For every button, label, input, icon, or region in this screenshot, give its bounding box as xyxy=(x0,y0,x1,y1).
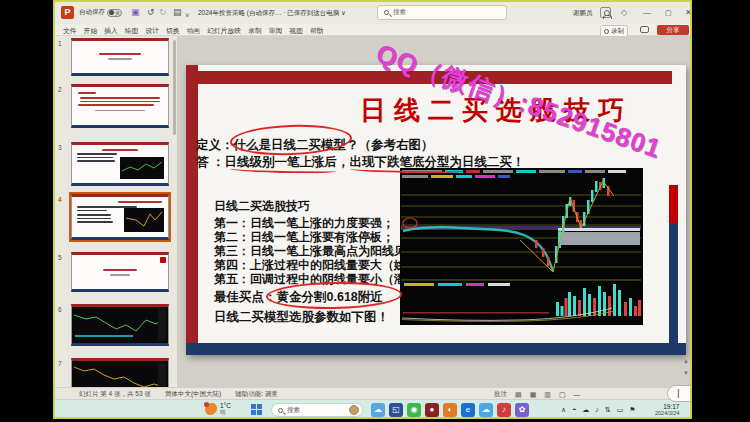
scroll-up-arrow[interactable]: ▲ xyxy=(683,358,689,364)
language-indicator[interactable]: 简体中文(中国大陆) xyxy=(165,390,221,399)
thumb-number-6: 6 xyxy=(58,306,62,313)
slide-thumbnail-1[interactable] xyxy=(71,38,169,76)
slide-sorter-icon[interactable]: ▦ xyxy=(530,391,537,399)
tab-animations[interactable]: 动画 xyxy=(187,26,201,36)
thumb-number-1: 1 xyxy=(58,40,62,47)
slideshow-icon[interactable]: ▢ xyxy=(559,391,566,399)
tab-draw[interactable]: 绘图 xyxy=(125,26,139,36)
save-icon[interactable]: ▣ xyxy=(131,6,140,19)
account-name[interactable]: 谢鹏员 xyxy=(573,9,593,18)
thumb-number-3: 3 xyxy=(58,144,62,151)
paint-icon[interactable]: ✿ xyxy=(515,403,529,417)
windows-taskbar: 1°C晴 搜索 ☁ ◱ ◉ ● ◐ e ☁ ♪ ✿ ∧ ◓ xyxy=(55,399,690,419)
autosave-label: 自动保存 xyxy=(79,8,105,17)
tab-record[interactable]: 录制 xyxy=(248,26,262,36)
powerpoint-app-icon: P xyxy=(61,6,74,19)
thumb-number-5: 5 xyxy=(58,254,62,261)
tab-transitions[interactable]: 切换 xyxy=(166,26,180,36)
current-slide[interactable]: 日线二买选股技巧 定义：什么是日线二买模型？（参考右图） 答 ：日线级别一笔上涨… xyxy=(186,65,686,355)
slide-thumbnail-5[interactable] xyxy=(71,252,169,292)
search-highlight-avatar xyxy=(349,405,359,415)
taskbar-search[interactable]: 搜索 xyxy=(271,403,363,417)
chevron-down-icon[interactable]: ∨ xyxy=(185,9,189,22)
annotation-mini-dock[interactable]: ❘ ✚ ☾ ⚙ xyxy=(667,385,692,402)
slide-thumbnail-3[interactable] xyxy=(71,142,169,186)
onedrive-icon[interactable]: ☁ xyxy=(371,403,385,417)
slide-thumbnail-4-current[interactable] xyxy=(71,194,169,240)
close-button[interactable]: ✕ xyxy=(685,8,692,18)
tab-slideshow[interactable]: 幻灯片放映 xyxy=(207,26,241,36)
wechat-icon[interactable]: ◉ xyxy=(407,403,421,417)
search-box[interactable]: 搜索 xyxy=(377,5,507,20)
tray-media-icon[interactable]: ♪ xyxy=(595,405,599,415)
thumbnail-scrollbar[interactable] xyxy=(173,40,176,135)
tab-view[interactable]: 视图 xyxy=(289,26,303,36)
undo-icon[interactable]: ↺ xyxy=(147,6,155,19)
tray-cloud-icon[interactable]: ☁ xyxy=(582,405,589,415)
thumb-number-7: 7 xyxy=(58,360,62,367)
tab-home[interactable]: 开始 xyxy=(84,26,98,36)
tray-app-icon[interactable]: ◓ xyxy=(572,405,576,415)
tab-help[interactable]: 帮助 xyxy=(310,26,324,36)
reading-view-icon[interactable]: ▥ xyxy=(544,391,551,399)
answer-label: 答 ： xyxy=(196,155,224,169)
desktop-screenshot: P 自动保存 关 ▣ ↺ ↻ ▤ ∨ 2024年投资策略 (自动保存… · 已保… xyxy=(0,0,750,422)
tab-review[interactable]: 审阅 xyxy=(269,26,283,36)
edge-icon[interactable]: e xyxy=(461,403,475,417)
tray-updown-icon[interactable]: ⇅ xyxy=(605,405,611,415)
user-avatar-icon[interactable] xyxy=(600,7,611,18)
normal-view-icon[interactable]: ▤ xyxy=(515,391,522,399)
scroll-down-arrow[interactable]: ▼ xyxy=(683,370,689,376)
minimize-button[interactable]: — xyxy=(643,8,651,18)
thumb-number-2: 2 xyxy=(58,86,62,93)
record-label: 录制 xyxy=(611,27,624,36)
taskbar-clock[interactable]: 19:17 2024/3/24 xyxy=(655,403,679,417)
comments-icon[interactable] xyxy=(640,26,649,33)
tray-expand-icon[interactable]: ∧ xyxy=(561,405,566,415)
tab-design[interactable]: 设计 xyxy=(145,26,159,36)
tray-display-icon[interactable]: ▭ xyxy=(617,405,624,415)
search-icon xyxy=(384,10,389,15)
slide-subtitle: 日线二买选股技巧 xyxy=(214,198,310,215)
netdisk-icon[interactable]: ☁ xyxy=(479,403,493,417)
tab-insert[interactable]: 插入 xyxy=(104,26,118,36)
search-placeholder: 搜索 xyxy=(393,8,406,17)
app-window-icon[interactable]: ◱ xyxy=(389,403,403,417)
weather-widget[interactable]: 1°C晴 xyxy=(205,402,231,416)
display-settings-icon[interactable]: ▤ xyxy=(173,6,182,19)
browser-icon[interactable]: ◐ xyxy=(443,403,457,417)
autosave-toggle[interactable]: 自动保存 关 xyxy=(79,8,122,17)
cursor-tool-icon[interactable]: ❘ xyxy=(675,386,683,401)
slide-right-stripe-blue xyxy=(669,223,678,343)
weather-icon xyxy=(205,403,217,415)
thumb-number-4-selected: 4 xyxy=(58,196,62,203)
clock-date: 2024/3/24 xyxy=(655,410,679,417)
recorder-icon[interactable]: ● xyxy=(425,403,439,417)
clock-time: 19:17 xyxy=(663,403,679,410)
tray-flag-icon[interactable]: ⚑ xyxy=(629,405,635,415)
definition-label: 定义： xyxy=(196,138,234,152)
definition-rest: （参考右图） xyxy=(359,138,434,152)
slide-thumbnail-7[interactable] xyxy=(71,358,169,387)
redo-icon[interactable]: ↻ xyxy=(159,6,167,19)
zoom-out-icon[interactable]: — xyxy=(574,391,581,398)
upgrade-diamond-icon[interactable]: ◇ xyxy=(621,8,627,17)
accessibility-status[interactable]: 辅助功能: 调查 xyxy=(235,390,278,399)
slide-thumbnail-panel: 1 2 3 xyxy=(55,36,178,387)
document-title[interactable]: 2024年投资策略 (自动保存… · 已保存到这台电脑 ∨ xyxy=(198,9,346,18)
taskbar-search-placeholder: 搜索 xyxy=(287,406,345,415)
workspace: 1 2 3 xyxy=(55,36,690,387)
share-button[interactable]: 分享 xyxy=(657,25,689,35)
slide-thumbnail-6[interactable] xyxy=(71,304,169,346)
music-icon[interactable]: ♪ xyxy=(497,403,511,417)
comments-toggle[interactable]: 批注 xyxy=(494,390,507,399)
autosave-switch[interactable]: 关 xyxy=(107,9,122,17)
slide-thumbnail-2[interactable] xyxy=(71,84,169,128)
slide-bottom-bar xyxy=(186,343,686,355)
ribbon-tabs: 文件 开始 插入 绘图 设计 切换 动画 幻灯片放映 录制 审阅 视图 帮助 录… xyxy=(55,24,690,36)
restore-button[interactable]: ▢ xyxy=(665,8,672,18)
taskbar-apps: ☁ ◱ ◉ ● ◐ e ☁ ♪ ✿ xyxy=(371,403,529,417)
titlebar: P 自动保存 关 ▣ ↺ ↻ ▤ ∨ 2024年投资策略 (自动保存… · 已保… xyxy=(55,2,690,24)
start-button[interactable] xyxy=(251,404,263,416)
tab-file[interactable]: 文件 xyxy=(63,26,77,36)
